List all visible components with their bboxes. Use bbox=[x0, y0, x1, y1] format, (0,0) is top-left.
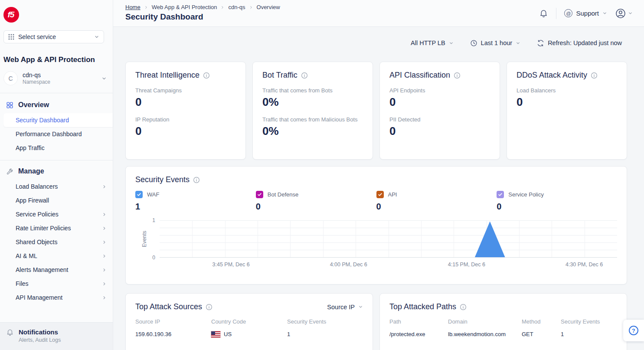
chevron-right-icon bbox=[220, 5, 225, 10]
service-policy-checkbox[interactable] bbox=[497, 191, 504, 198]
breadcrumb-item[interactable]: cdn-qs bbox=[228, 4, 245, 10]
column-header: Security Events bbox=[561, 318, 617, 325]
column-header: Method bbox=[522, 318, 561, 325]
info-icon[interactable] bbox=[193, 177, 200, 183]
account-menu[interactable] bbox=[615, 8, 633, 19]
header-divider bbox=[556, 8, 556, 19]
breadcrumb: Home Web App & API Protection cdn-qs Ove… bbox=[125, 4, 280, 10]
chart-y-axis-label: Events bbox=[141, 231, 147, 247]
nav-section-manage[interactable]: Manage bbox=[0, 163, 113, 180]
info-icon[interactable] bbox=[454, 72, 461, 79]
chevron-right-icon bbox=[102, 254, 107, 258]
support-menu[interactable]: @ Support bbox=[564, 9, 607, 17]
info-icon[interactable] bbox=[591, 72, 598, 79]
chevron-down-icon bbox=[516, 41, 520, 46]
card-title: Security Events bbox=[135, 175, 190, 184]
metric-value: 0 bbox=[517, 95, 617, 109]
service-selector[interactable]: Select service bbox=[3, 30, 104, 43]
chevron-right-icon bbox=[102, 268, 107, 272]
notifications-bell-button[interactable] bbox=[539, 9, 548, 18]
sidebar: f5 Select service Web App & API Protecti… bbox=[0, 0, 113, 350]
chevron-down-icon bbox=[358, 304, 363, 309]
user-icon bbox=[615, 8, 626, 19]
sidebar-notifications[interactable]: Notifications Alerts, Audit Logs bbox=[0, 322, 113, 350]
info-icon[interactable] bbox=[206, 304, 212, 311]
breadcrumb-item[interactable]: Web App & API Protection bbox=[152, 4, 217, 10]
info-icon[interactable] bbox=[301, 72, 308, 79]
nav-item-label: API Management bbox=[16, 294, 62, 301]
chevron-down-icon bbox=[602, 11, 607, 16]
events-chart-xlabels: 3:45 PM, Dec 64:00 PM, Dec 64:15 PM, Dec… bbox=[160, 258, 617, 268]
sidebar-divider bbox=[0, 160, 113, 160]
sidebar-item-performance-dashboard[interactable]: Performance Dashboard bbox=[0, 127, 113, 141]
y-tick: 0 bbox=[152, 255, 155, 261]
wrench-icon bbox=[6, 168, 13, 175]
info-icon[interactable] bbox=[460, 304, 467, 311]
table-row[interactable]: /protected.exe lb.weekendmotion.com GET … bbox=[389, 331, 617, 337]
events-chart-plot[interactable] bbox=[160, 220, 617, 258]
series-label: Service Policy bbox=[508, 191, 544, 198]
refresh-button[interactable]: Refresh: Updated just now bbox=[537, 39, 622, 47]
table-row[interactable]: 159.60.190.36 US 1 bbox=[135, 331, 363, 337]
time-range-selector[interactable]: Last 1 hour bbox=[470, 39, 521, 47]
column-header: Country Code bbox=[211, 318, 287, 325]
sidebar-item-alerts-management[interactable]: Alerts Management bbox=[0, 263, 113, 277]
bell-icon bbox=[6, 328, 14, 336]
breadcrumb-item[interactable]: Overview bbox=[257, 4, 280, 10]
metric-value: 0 bbox=[135, 95, 236, 109]
group-by-selector[interactable]: Source IP bbox=[327, 304, 363, 311]
metric-label: Load Balancers bbox=[517, 87, 617, 94]
card-security-events: Security Events WAF 1 bbox=[125, 166, 627, 285]
filter-bar: All HTTP LB Last 1 hour Refresh: Updated… bbox=[125, 36, 622, 49]
sidebar-item-security-dashboard[interactable]: Security Dashboard bbox=[3, 113, 113, 127]
waf-checkbox[interactable] bbox=[135, 191, 143, 198]
x-tick-label: 4:00 PM, Dec 6 bbox=[330, 262, 367, 268]
lb-selector[interactable]: All HTTP LB bbox=[411, 39, 454, 46]
namespace-label: Namespace bbox=[23, 79, 97, 85]
sidebar-item-load-balancers[interactable]: Load Balancers bbox=[0, 180, 113, 193]
namespace-selector[interactable]: C cdn-qs Namespace bbox=[3, 71, 107, 85]
breadcrumb-home[interactable]: Home bbox=[125, 4, 141, 10]
series-api: API 0 bbox=[376, 191, 497, 212]
bot-defense-checkbox[interactable] bbox=[256, 191, 263, 198]
overview-grid-icon bbox=[6, 101, 13, 109]
lb-selector-value: All HTTP LB bbox=[411, 39, 445, 46]
check-icon bbox=[137, 192, 141, 197]
card-title: API Classification bbox=[389, 71, 450, 80]
sidebar-item-service-policies[interactable]: Service Policies bbox=[0, 207, 113, 221]
card-title: Top Attacked Paths bbox=[389, 302, 456, 311]
card-top-attacked-paths: Top Attacked Paths Path Domain Method Se… bbox=[379, 293, 627, 350]
chevron-right-icon bbox=[249, 5, 253, 10]
sidebar-item-app-firewall[interactable]: App Firewall bbox=[0, 193, 113, 207]
bell-icon bbox=[539, 9, 548, 18]
nav-item-label: Performance Dashboard bbox=[16, 131, 82, 137]
sidebar-item-ai-ml[interactable]: AI & ML bbox=[0, 249, 113, 263]
info-icon[interactable] bbox=[203, 72, 210, 79]
service-selector-label: Select service bbox=[18, 33, 56, 40]
sidebar-item-api-management[interactable]: API Management bbox=[0, 291, 113, 304]
series-label: Bot Defense bbox=[268, 191, 299, 198]
nav-item-label: Shared Objects bbox=[16, 239, 58, 245]
f5-logo[interactable]: f5 bbox=[3, 7, 19, 23]
metric-label: PII Detected bbox=[389, 116, 490, 123]
check-icon bbox=[378, 192, 382, 197]
clock-icon bbox=[470, 39, 477, 47]
api-checkbox[interactable] bbox=[376, 191, 384, 198]
column-header: Domain bbox=[448, 318, 522, 325]
column-header: Security Events bbox=[287, 318, 363, 325]
chevron-right-icon bbox=[102, 226, 107, 231]
nav-item-label: Security Dashboard bbox=[16, 117, 69, 124]
sidebar-item-files[interactable]: Files bbox=[0, 277, 113, 291]
series-bot-defense: Bot Defense 0 bbox=[256, 191, 376, 212]
help-button[interactable]: ? bbox=[623, 320, 644, 341]
notifications-subtitle: Alerts, Audit Logs bbox=[19, 337, 61, 343]
sidebar-item-shared-objects[interactable]: Shared Objects bbox=[0, 235, 113, 249]
nav-item-label: Files bbox=[16, 280, 29, 287]
nav-section-label: Overview bbox=[18, 101, 49, 109]
chevron-right-icon bbox=[102, 281, 107, 286]
series-value: 1 bbox=[135, 202, 256, 212]
series-label: API bbox=[388, 191, 397, 198]
sidebar-item-rate-limiter-policies[interactable]: Rate Limiter Policies bbox=[0, 221, 113, 235]
nav-section-overview[interactable]: Overview bbox=[0, 97, 113, 113]
sidebar-item-app-traffic[interactable]: App Traffic bbox=[0, 141, 113, 155]
